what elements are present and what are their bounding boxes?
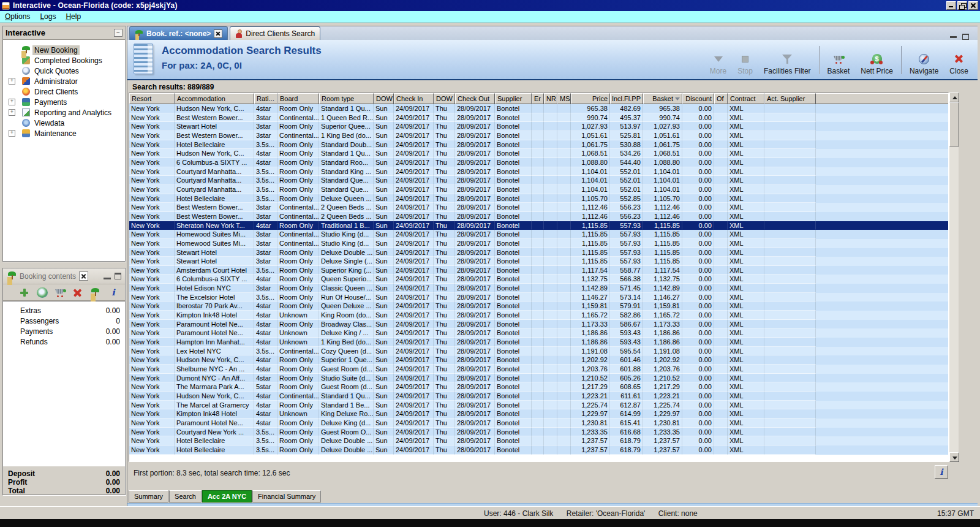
table-row[interactable]: New YorkHotel Belleclaire3.5s...Room Onl…	[129, 445, 948, 455]
table-row[interactable]: New YorkBest Western Bower...3starContin…	[129, 113, 948, 123]
table-row[interactable]: New YorkHotel Belleclaire3.5s...Room Onl…	[129, 140, 948, 150]
column-header-price[interactable]: Price	[571, 93, 610, 104]
bottom-tab-summary[interactable]: Summary	[129, 490, 168, 502]
menu-item-options[interactable]: Options	[0, 12, 35, 21]
table-row[interactable]: New YorkHotel Belleclaire3.5s...Room Onl…	[129, 436, 948, 445]
table-row[interactable]: New YorkAmsterdam Court Hotel3.5s...Room…	[129, 266, 948, 275]
column-header-ms[interactable]: MS	[557, 93, 571, 104]
table-row[interactable]: New YorkHudson New York, C...4starRoom O…	[129, 355, 948, 365]
minimize-icon[interactable]	[950, 36, 957, 38]
scrollbar-thumb[interactable]	[949, 102, 959, 146]
table-row[interactable]: New YorkCourtyard New York ...3.5s...Roo…	[129, 428, 948, 437]
tab-book-ref-none-[interactable]: Book. ref.: <none>	[129, 26, 228, 40]
sidebar-item-viewdata[interactable]: Viewdata	[3, 118, 125, 128]
info-button[interactable]	[935, 465, 948, 479]
table-row[interactable]: New YorkHudson New York, C...4starRoom O…	[129, 149, 948, 158]
table-row[interactable]: New York6 Columbus-a SIXTY ...4starRoom …	[129, 158, 948, 167]
vertical-scrollbar[interactable]	[949, 93, 959, 462]
expand-icon[interactable]: +	[9, 78, 15, 85]
booking-contents-tab[interactable]: Booking contents	[3, 268, 92, 284]
column-header-dow[interactable]: DOW	[434, 93, 455, 104]
expand-icon[interactable]: +	[9, 109, 15, 116]
table-row[interactable]: New YorkHotel Edison NYC3starRoom OnlyCl…	[129, 284, 948, 293]
column-header-act-supplier[interactable]: Act. Supplier	[764, 93, 816, 104]
sidebar-item-administrator[interactable]: +Administrator	[3, 76, 125, 86]
expand-icon[interactable]: +	[9, 99, 15, 105]
table-row[interactable]: New YorkParamount Hotel Ne...4starUnknow…	[129, 328, 948, 338]
bottom-tab-search[interactable]: Search	[169, 490, 202, 502]
table-row[interactable]: New YorkDumont NYC - An Aff...4starRoom …	[129, 374, 948, 383]
table-row[interactable]: New YorkSheraton New York T...4starRoom …	[129, 221, 948, 230]
close-icon[interactable]	[968, 1, 978, 10]
column-header-accommodation[interactable]: Accommodation	[175, 93, 254, 104]
table-row[interactable]: New YorkStewart Hotel3starRoom OnlySuper…	[129, 122, 948, 131]
table-row[interactable]: New YorkBest Western Bower...3starContin…	[129, 212, 948, 221]
column-header-supplier[interactable]: Supplier	[495, 93, 532, 104]
table-row[interactable]: New YorkKimpton Ink48 Hotel4starUnknownK…	[129, 409, 948, 419]
column-header-er[interactable]: Er	[532, 93, 544, 104]
table-row[interactable]: New YorkStewart Hotel3starRoom OnlyDelux…	[129, 257, 948, 266]
sidebar-item-maintenance[interactable]: +Maintenance	[3, 128, 125, 138]
maximize-icon[interactable]	[962, 34, 969, 40]
column-header-nr[interactable]: NR	[544, 93, 557, 104]
quick-quote-icon[interactable]	[37, 287, 48, 298]
column-header-basket[interactable]: Basket	[643, 93, 682, 104]
table-row[interactable]: New YorkHudson New York, C...4starRoom O…	[129, 104, 948, 113]
cart-icon[interactable]	[55, 287, 66, 298]
bottom-tab-financial-summary[interactable]: Financial Summary	[252, 490, 321, 502]
table-row[interactable]: New YorkLex Hotel NYC3.5s...Continental.…	[129, 347, 948, 356]
bottom-tab-acc-2a-nyc[interactable]: Acc 2A NYC	[202, 490, 252, 502]
sidebar-item-completed-bookings[interactable]: Completed Bookings	[3, 55, 125, 66]
table-row[interactable]: New YorkCourtyard Manhatta...3.5s...Room…	[129, 167, 948, 176]
add-icon[interactable]	[19, 287, 30, 298]
expand-icon[interactable]: +	[9, 130, 15, 137]
sidebar-item-quick-quotes[interactable]: Quick Quotes	[3, 66, 125, 76]
table-row[interactable]: New YorkThe Marcel at Gramercy4starRoom …	[129, 401, 948, 410]
sidebar-item-payments[interactable]: +Payments	[3, 97, 125, 107]
column-header-dow[interactable]: DOW	[374, 93, 394, 104]
table-row[interactable]: New YorkThe Excelsior Hotel3.5s...Room O…	[129, 293, 948, 302]
info-icon[interactable]	[108, 287, 119, 298]
table-row[interactable]: New YorkIberostar 70 Park Av...4starRoom…	[129, 301, 948, 311]
palm-tree-icon[interactable]	[90, 287, 101, 298]
delete-icon[interactable]	[72, 287, 83, 298]
table-row[interactable]: New YorkHampton Inn Manhat...4starUnknow…	[129, 338, 948, 347]
close-icon[interactable]	[79, 271, 88, 281]
menu-item-logs[interactable]: Logs	[35, 12, 61, 21]
column-header-room-type[interactable]: Room type	[319, 93, 374, 104]
table-row[interactable]: New YorkCourtyard Manhatta...3.5s...Room…	[129, 185, 948, 194]
navigate-button[interactable]: Navigate	[904, 45, 944, 75]
column-header-incl-fl-pp[interactable]: Incl.Fl.PP	[610, 93, 643, 104]
basket-button[interactable]: Basket	[822, 45, 856, 75]
table-row[interactable]: New YorkHotel Belleclaire3.5s...Room Onl…	[129, 194, 948, 203]
table-row[interactable]: New YorkCourtyard Manhatta...3.5s...Room…	[129, 176, 948, 185]
tab-direct-clients-search[interactable]: Direct Clients Search	[230, 26, 320, 40]
sidebar-item-reporting-and-analytics[interactable]: +Reporting and Analytics	[3, 107, 125, 118]
menu-item-help[interactable]: Help	[61, 12, 86, 21]
column-header-of[interactable]: Of	[714, 93, 728, 104]
sidebar-item-new-booking[interactable]: New Booking	[3, 45, 125, 55]
table-row[interactable]: New YorkThe Marmara Park A...5starRoom O…	[129, 382, 948, 392]
table-row[interactable]: New YorkBest Western Bower...3starContin…	[129, 131, 948, 140]
column-header-resort[interactable]: Resort	[129, 93, 175, 104]
facilities-filter-button[interactable]: Facilities Filter	[758, 45, 816, 75]
maximize-icon[interactable]	[115, 273, 121, 279]
scroll-up-icon[interactable]	[949, 93, 959, 102]
minimize-icon[interactable]	[104, 278, 111, 279]
table-row[interactable]: New YorkParamount Hotel Ne...4starRoom O…	[129, 419, 948, 428]
table-row[interactable]: New YorkHomewood Suites Mi...3starContin…	[129, 239, 948, 248]
table-row[interactable]: New York6 Columbus-a SIXTY ...4starRoom …	[129, 275, 948, 284]
close-icon[interactable]	[214, 29, 222, 38]
table-row[interactable]: New YorkKimpton Ink48 Hotel4starUnknownK…	[129, 311, 948, 320]
restore-icon[interactable]	[957, 1, 967, 10]
collapse-icon[interactable]: −	[114, 29, 123, 37]
column-header-rati-[interactable]: Rati...	[254, 93, 277, 104]
table-row[interactable]: New YorkStewart Hotel3starRoom OnlyDelux…	[129, 248, 948, 257]
scroll-down-icon[interactable]	[949, 452, 959, 462]
table-row[interactable]: New YorkBest Western Bower...3starContin…	[129, 203, 948, 212]
table-row[interactable]: New YorkHomewood Suites Mi...3starContin…	[129, 230, 948, 239]
table-row[interactable]: New YorkParamount Hotel Ne...4starRoom O…	[129, 320, 948, 329]
column-header-board[interactable]: Board	[277, 93, 319, 104]
column-header-check-in[interactable]: Check In	[394, 93, 434, 104]
table-row[interactable]: New YorkShelburne NYC - An ...4starRoom …	[129, 365, 948, 374]
